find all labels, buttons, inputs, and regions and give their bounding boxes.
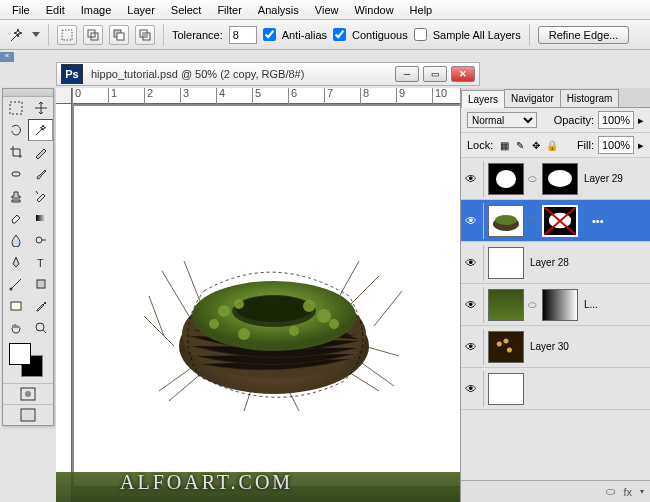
eyedropper-tool[interactable] <box>28 295 53 317</box>
zoom-tool[interactable] <box>28 317 53 339</box>
layer-row[interactable]: 👁Layer 30 <box>461 326 650 368</box>
link-mask-icon[interactable]: ⬭ <box>528 173 538 185</box>
foreground-color[interactable] <box>9 343 31 365</box>
lasso-tool[interactable] <box>3 119 28 141</box>
menu-filter[interactable]: Filter <box>209 2 249 18</box>
move-tool[interactable] <box>28 97 53 119</box>
stamp-tool[interactable] <box>3 185 28 207</box>
hand-tool[interactable] <box>3 317 28 339</box>
layer-name[interactable]: L... <box>582 299 598 310</box>
layer-row[interactable]: 👁⬭Layer 29 <box>461 158 650 200</box>
layers-panel: Layers Navigator Histogram Normal Opacit… <box>460 88 650 502</box>
layer-row[interactable]: 👁⬭••• <box>461 200 650 242</box>
selection-subtract-button[interactable] <box>109 25 129 45</box>
brush-tool[interactable] <box>28 163 53 185</box>
layer-more-icon[interactable]: ••• <box>588 215 608 227</box>
menu-window[interactable]: Window <box>346 2 401 18</box>
tab-navigator[interactable]: Navigator <box>504 89 561 107</box>
mask-thumbnail[interactable] <box>542 205 578 237</box>
slice-tool[interactable] <box>28 141 53 163</box>
mask-thumbnail[interactable] <box>542 163 578 195</box>
visibility-toggle-icon[interactable]: 👁 <box>463 381 479 397</box>
ruler-horizontal[interactable]: 012345678910 <box>72 88 480 104</box>
dodge-tool[interactable] <box>28 229 53 251</box>
refine-edge-button[interactable]: Refine Edge... <box>538 26 630 44</box>
pen-tool[interactable] <box>3 251 28 273</box>
layer-thumbnail[interactable] <box>488 247 524 279</box>
document-canvas[interactable] <box>74 106 474 486</box>
layer-row[interactable]: 👁 <box>461 368 650 410</box>
visibility-toggle-icon[interactable]: 👁 <box>463 339 479 355</box>
layer-name[interactable]: Layer 29 <box>582 173 623 184</box>
ruler-origin[interactable] <box>56 88 72 104</box>
visibility-toggle-icon[interactable]: 👁 <box>463 213 479 229</box>
menu-layer[interactable]: Layer <box>119 2 163 18</box>
visibility-toggle-icon[interactable]: 👁 <box>463 171 479 187</box>
blend-mode-select[interactable]: Normal <box>467 112 537 128</box>
close-button[interactable]: ✕ <box>451 66 475 82</box>
visibility-toggle-icon[interactable]: 👁 <box>463 297 479 313</box>
eraser-tool[interactable] <box>3 207 28 229</box>
layer-name[interactable]: Layer 28 <box>528 257 569 268</box>
blur-tool[interactable] <box>3 229 28 251</box>
link-mask-icon[interactable]: ⬭ <box>528 299 538 311</box>
layer-thumbnail[interactable] <box>488 373 524 405</box>
quickmask-toggle[interactable] <box>3 383 53 404</box>
mask-thumbnail[interactable] <box>542 289 578 321</box>
ruler-vertical[interactable] <box>56 104 72 502</box>
layer-thumbnail[interactable] <box>488 163 524 195</box>
notes-tool[interactable] <box>3 295 28 317</box>
shape-tool[interactable] <box>28 273 53 295</box>
tool-preset-dropdown-icon[interactable] <box>32 32 40 38</box>
color-swatches[interactable] <box>3 339 53 383</box>
layer-fx-icon[interactable]: fx <box>623 486 632 498</box>
menu-edit[interactable]: Edit <box>38 2 73 18</box>
layer-thumbnail[interactable] <box>488 289 524 321</box>
menu-select[interactable]: Select <box>163 2 210 18</box>
maximize-button[interactable]: ▭ <box>423 66 447 82</box>
lock-position-icon[interactable]: ✥ <box>529 138 543 152</box>
link-layers-icon[interactable]: ⬭ <box>606 485 615 498</box>
menu-view[interactable]: View <box>307 2 347 18</box>
type-tool[interactable]: T <box>28 251 53 273</box>
screenmode-toggle[interactable] <box>3 404 53 425</box>
selection-new-button[interactable] <box>57 25 77 45</box>
lock-pixels-icon[interactable]: ✎ <box>513 138 527 152</box>
menu-help[interactable]: Help <box>402 2 441 18</box>
tolerance-input[interactable] <box>229 26 257 44</box>
healing-tool[interactable] <box>3 163 28 185</box>
selection-add-button[interactable] <box>83 25 103 45</box>
layer-row[interactable]: 👁⬭L... <box>461 284 650 326</box>
minimize-button[interactable]: ─ <box>395 66 419 82</box>
opacity-dropdown-icon[interactable]: ▸ <box>638 114 644 127</box>
layer-thumbnail[interactable] <box>488 205 524 237</box>
tab-histogram[interactable]: Histogram <box>560 89 620 107</box>
layer-row[interactable]: 👁Layer 28 <box>461 242 650 284</box>
lock-all-icon[interactable]: 🔒 <box>545 138 559 152</box>
sample-all-checkbox[interactable] <box>414 28 427 41</box>
selection-intersect-button[interactable] <box>135 25 155 45</box>
menu-analysis[interactable]: Analysis <box>250 2 307 18</box>
crop-tool[interactable] <box>3 141 28 163</box>
fill-input[interactable] <box>598 136 634 154</box>
link-mask-icon[interactable]: ⬭ <box>528 215 538 227</box>
visibility-toggle-icon[interactable]: 👁 <box>463 255 479 271</box>
toolbox-grip[interactable] <box>3 89 53 97</box>
contiguous-checkbox[interactable] <box>333 28 346 41</box>
collapse-panels-icon[interactable]: « <box>0 52 14 62</box>
svg-rect-4 <box>117 33 124 40</box>
history-brush-tool[interactable] <box>28 185 53 207</box>
tab-layers[interactable]: Layers <box>461 90 505 108</box>
marquee-tool[interactable] <box>3 97 28 119</box>
gradient-tool[interactable] <box>28 207 53 229</box>
layer-name[interactable]: Layer 30 <box>528 341 569 352</box>
menu-image[interactable]: Image <box>73 2 120 18</box>
lock-transparency-icon[interactable]: ▦ <box>497 138 511 152</box>
opacity-input[interactable] <box>598 111 634 129</box>
layer-thumbnail[interactable] <box>488 331 524 363</box>
antialias-checkbox[interactable] <box>263 28 276 41</box>
magic-wand-tool[interactable] <box>28 119 53 141</box>
path-tool[interactable] <box>3 273 28 295</box>
fill-dropdown-icon[interactable]: ▸ <box>638 139 644 152</box>
menu-file[interactable]: File <box>4 2 38 18</box>
